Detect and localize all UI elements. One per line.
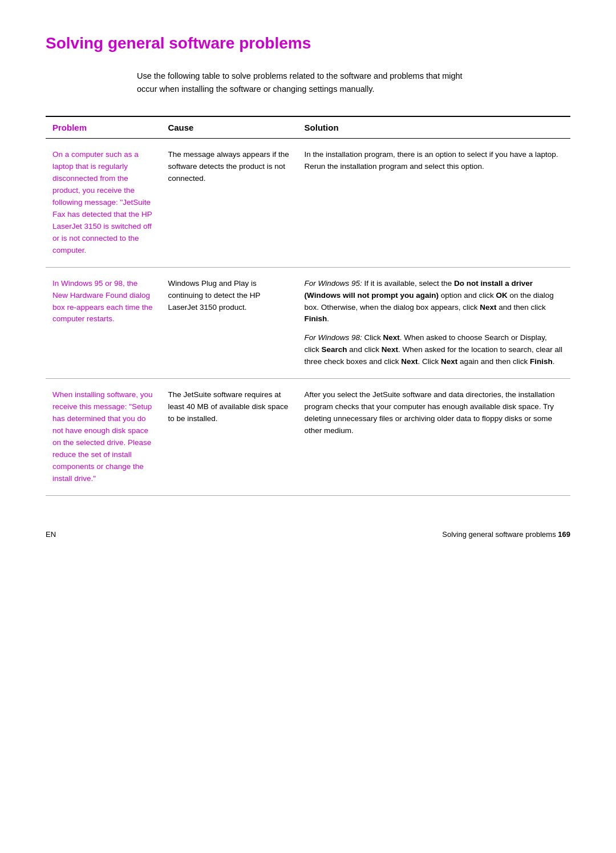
problem-cell-2: In Windows 95 or 98, the New Hardware Fo… <box>46 267 161 378</box>
problem-cell-3: When installing software, you receive th… <box>46 379 161 495</box>
cause-cell-2: Windows Plug and Play is continuing to d… <box>161 267 297 378</box>
table-header-row: Problem Cause Solution <box>46 116 570 139</box>
table-row: When installing software, you receive th… <box>46 379 570 495</box>
column-header-problem: Problem <box>46 116 161 139</box>
solution-text-2b: For Windows 98: Click Next. When asked t… <box>305 332 564 368</box>
footer-left: EN <box>46 530 56 539</box>
footer-right-text: Solving general software problems <box>442 530 556 539</box>
page-title: Solving general software problems <box>46 34 570 52</box>
cause-text-2: Windows Plug and Play is continuing to d… <box>168 279 260 312</box>
table-row: On a computer such as a laptop that is r… <box>46 139 570 267</box>
problem-cell-1: On a computer such as a laptop that is r… <box>46 139 161 267</box>
footer-right: Solving general software problems 169 <box>442 530 570 539</box>
solution-text-1: In the installation program, there is an… <box>305 149 564 173</box>
problem-text-3: When installing software, you receive th… <box>52 390 153 482</box>
solution-text-3: After you select the JetSuite software a… <box>305 389 564 437</box>
cause-text-1: The message always appears if the softwa… <box>168 150 289 183</box>
problems-table: Problem Cause Solution On a computer suc… <box>46 116 570 495</box>
table-row: In Windows 95 or 98, the New Hardware Fo… <box>46 267 570 378</box>
cause-text-3: The JetSuite software requires at least … <box>168 390 288 423</box>
solution-cell-1: In the installation program, there is an… <box>298 139 570 267</box>
solution-text-2a: For Windows 95: If it is available, sele… <box>305 278 564 326</box>
problem-text-1: On a computer such as a laptop that is r… <box>52 150 152 254</box>
problem-text-2: In Windows 95 or 98, the New Hardware Fo… <box>52 279 153 324</box>
cause-cell-3: The JetSuite software requires at least … <box>161 379 297 495</box>
cause-cell-1: The message always appears if the softwa… <box>161 139 297 267</box>
intro-paragraph: Use the following table to solve problem… <box>137 70 479 96</box>
page-footer: EN Solving general software problems 169 <box>46 530 570 539</box>
column-header-cause: Cause <box>161 116 297 139</box>
column-header-solution: Solution <box>298 116 570 139</box>
solution-cell-3: After you select the JetSuite software a… <box>298 379 570 495</box>
solution-cell-2: For Windows 95: If it is available, sele… <box>298 267 570 378</box>
footer-page-number: 169 <box>558 530 570 539</box>
